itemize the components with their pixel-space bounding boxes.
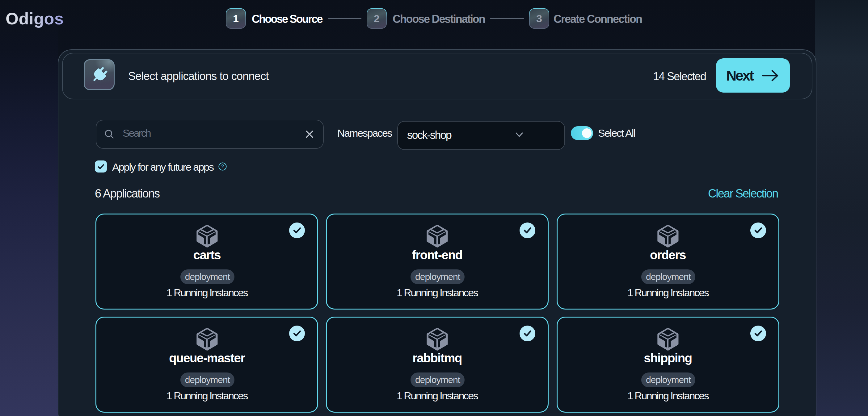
svg-text:?: ? [221,164,224,169]
